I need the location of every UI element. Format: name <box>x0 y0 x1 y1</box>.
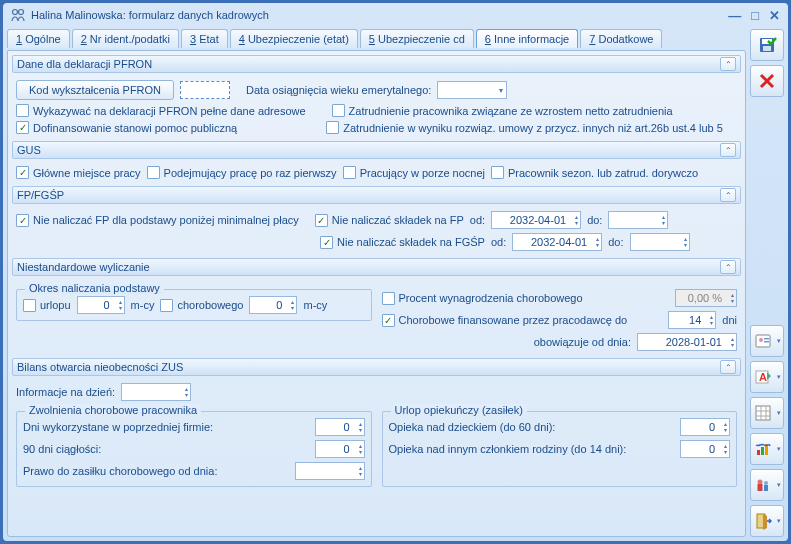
pfron-zatrudnienie-netto-checkbox[interactable]: Zatrudnienie pracownika związane ze wzro… <box>332 104 673 117</box>
svg-rect-4 <box>763 46 771 51</box>
svg-point-1 <box>19 10 24 15</box>
tab-ubezp-cd[interactable]: 5 Ubezpieczenie cd <box>360 29 474 48</box>
pfron-zatrudnienie-rozwiaz-checkbox[interactable]: Zatrudnienie w wyniku rozwiąz. umowy z p… <box>326 121 723 134</box>
svg-point-6 <box>759 338 763 342</box>
opieka-dziecko-spinner[interactable]: 0 <box>680 418 730 436</box>
chorobowe-checkbox[interactable]: chorobowego <box>160 299 243 312</box>
procent-wynagrodzenia-checkbox[interactable]: Procent wynagrodzenia chorobowego <box>382 292 583 305</box>
mcy-label-2: m-cy <box>303 299 327 311</box>
dni-label: dni <box>722 314 737 326</box>
section-fp-header: FP/FGŚP ⌃ <box>12 186 741 204</box>
close-button[interactable]: ✕ <box>769 8 780 23</box>
zwolnienia-legend: Zwolnienia chorobowe pracownika <box>25 404 201 416</box>
chor-finansowane-checkbox[interactable]: ✓Chorobowe finansowane przez pracodawcę … <box>382 314 628 327</box>
window: Halina Malinowska: formularz danych kadr… <box>3 3 788 541</box>
svg-rect-16 <box>758 484 763 491</box>
gus-glowne-miejsce-checkbox[interactable]: ✓Główne miejsce pracy <box>16 166 141 179</box>
fgsp-od-label: od: <box>491 236 506 248</box>
fp-od-label: od: <box>470 214 485 226</box>
ret-age-label: Data osiągnięcia wieku emerytalnego: <box>246 84 431 96</box>
ciaglosc-label: 90 dni ciągłości: <box>23 443 309 455</box>
urlop-opiek-fieldset: Urlop opiekuńczy (zasiłek) Opieka nad dz… <box>382 411 738 487</box>
svg-rect-11 <box>756 406 770 420</box>
save-button[interactable] <box>750 29 784 61</box>
collapse-icon[interactable]: ⌃ <box>720 260 736 274</box>
tab-inne-informacje[interactable]: 6 Inne informacje <box>476 29 578 48</box>
maximize-button[interactable]: □ <box>751 8 759 23</box>
opieka-dziecko-label: Opieka nad dzieckiem (do 60 dni): <box>389 421 675 433</box>
cancel-button[interactable] <box>750 65 784 97</box>
collapse-icon[interactable]: ⌃ <box>720 188 736 202</box>
fp-nie-naliczac-fp-checkbox[interactable]: ✓Nie naliczać składek na FP <box>315 214 464 227</box>
tab-ogolne[interactable]: 1 Ogólne <box>7 29 70 48</box>
info-na-dzien-label: Informacje na dzień: <box>16 386 115 398</box>
ciaglosc-spinner[interactable]: 0 <box>315 440 365 458</box>
section-fp-title: FP/FGŚP <box>17 189 720 201</box>
window-title: Halina Malinowska: formularz danych kadr… <box>31 9 728 21</box>
prawo-zasilek-date[interactable] <box>295 462 365 480</box>
minimize-button[interactable]: — <box>728 8 741 23</box>
chorobowe-spinner[interactable]: 0 <box>249 296 297 314</box>
fp-od-date[interactable]: 2032-04-01 <box>491 211 581 229</box>
fp-ponizej-min-checkbox[interactable]: ✓Nie naliczać FP dla podstawy poniżej mi… <box>16 214 299 227</box>
tab-nr-ident[interactable]: 2 Nr ident./podatki <box>72 29 179 48</box>
kod-wyksztalcenia-field[interactable] <box>180 81 230 99</box>
side-card-button[interactable] <box>750 325 784 357</box>
fgsp-do-date[interactable] <box>630 233 690 251</box>
dni-wykorzystane-spinner[interactable]: 0 <box>315 418 365 436</box>
okres-legend: Okres naliczania podstawy <box>25 282 164 294</box>
urlop-checkbox[interactable]: urlopu <box>23 299 71 312</box>
app-icon <box>11 8 25 22</box>
fgsp-nie-naliczac-checkbox[interactable]: ✓Nie naliczać składek na FGŚP <box>320 236 485 249</box>
ret-age-combo[interactable] <box>437 81 507 99</box>
kod-wyksztalcenia-button[interactable]: Kod wykształcenia PFRON <box>16 80 174 100</box>
collapse-icon[interactable]: ⌃ <box>720 143 736 157</box>
pfron-full-address-checkbox[interactable]: Wykazywać na deklaracji PFRON pełne dane… <box>16 104 306 117</box>
collapse-icon[interactable]: ⌃ <box>720 360 736 374</box>
section-gus-title: GUS <box>17 144 720 156</box>
gus-pierwsza-praca-checkbox[interactable]: Podejmujący pracę po raz pierwszy <box>147 166 337 179</box>
side-chart-button[interactable] <box>750 433 784 465</box>
obowiazuje-label: obowiązuje od dnia: <box>534 336 631 348</box>
svg-point-15 <box>758 480 763 485</box>
opieka-czlonek-spinner[interactable]: 0 <box>680 440 730 458</box>
side-toolbar: A <box>750 29 784 537</box>
side-people-button[interactable] <box>750 469 784 501</box>
obowiazuje-date[interactable]: 2028-01-01 <box>637 333 737 351</box>
section-nonstd-header: Niestandardowe wyliczanie ⌃ <box>12 258 741 276</box>
section-pfron-title: Dane dla deklaracji PFRON <box>17 58 720 70</box>
fgsp-od-date[interactable]: 2032-04-01 <box>512 233 602 251</box>
svg-point-0 <box>13 10 18 15</box>
gus-sezonowy-checkbox[interactable]: Pracownik sezon. lub zatrud. dorywczo <box>491 166 698 179</box>
opieka-czlonek-label: Opieka nad innym członkiem rodziny (do 1… <box>389 443 675 455</box>
svg-rect-18 <box>764 485 768 491</box>
collapse-icon[interactable]: ⌃ <box>720 57 736 71</box>
tab-dodatkowe[interactable]: 7 Dodatkowe <box>580 29 662 48</box>
tab-ubezp-etat[interactable]: 4 Ubezpieczenie (etat) <box>230 29 358 48</box>
gus-pora-nocna-checkbox[interactable]: Pracujący w porze nocnej <box>343 166 485 179</box>
okres-naliczania-fieldset: Okres naliczania podstawy urlopu 0 m-cy … <box>16 289 372 321</box>
fgsp-do-label: do: <box>608 236 623 248</box>
side-exit-button[interactable] <box>750 505 784 537</box>
section-gus-header: GUS ⌃ <box>12 141 741 159</box>
side-font-button[interactable]: A <box>750 361 784 393</box>
mcy-label: m-cy <box>131 299 155 311</box>
chor-dni-spinner[interactable]: 14 <box>668 311 716 329</box>
urlop-spinner[interactable]: 0 <box>77 296 125 314</box>
info-na-dzien-date[interactable] <box>121 383 191 401</box>
tab-content: Dane dla deklaracji PFRON ⌃ Kod wykształ… <box>7 50 746 537</box>
section-pfron-header: Dane dla deklaracji PFRON ⌃ <box>12 55 741 73</box>
fp-do-label: do: <box>587 214 602 226</box>
pfron-pomoc-publiczna-checkbox[interactable]: ✓Dofinansowanie stanowi pomoc publiczną <box>16 121 237 134</box>
dni-wykorzystane-label: Dni wykorzystane w poprzedniej firmie: <box>23 421 309 433</box>
tab-bar: 1 Ogólne 2 Nr ident./podatki 3 Etat 4 Ub… <box>7 29 746 48</box>
fp-do-date[interactable] <box>608 211 668 229</box>
tab-etat[interactable]: 3 Etat <box>181 29 228 48</box>
zwolnienia-fieldset: Zwolnienia chorobowe pracownika Dni wyko… <box>16 411 372 487</box>
section-zus-header: Bilans otwarcia nieobecności ZUS ⌃ <box>12 358 741 376</box>
svg-rect-7 <box>764 338 769 340</box>
svg-point-17 <box>764 481 768 485</box>
side-grid-button[interactable] <box>750 397 784 429</box>
svg-rect-12 <box>757 450 760 455</box>
procent-field: 0,00 % <box>675 289 737 307</box>
